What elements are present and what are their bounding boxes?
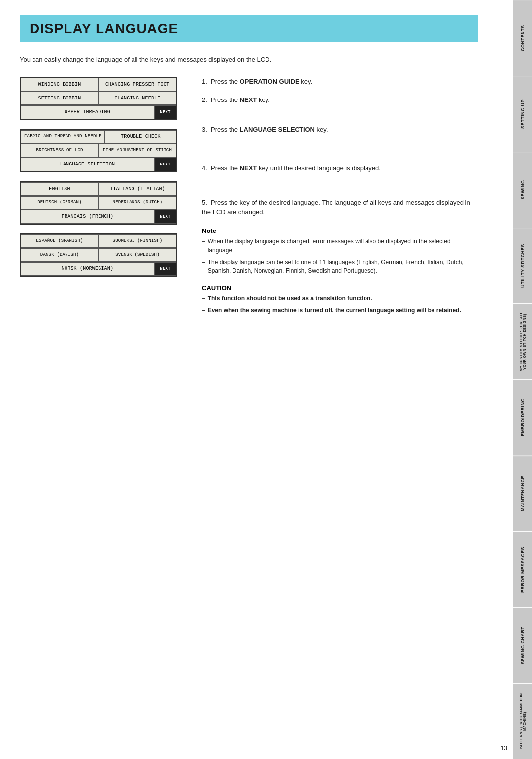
note-item-1: – When the display language is changed, … <box>202 237 478 255</box>
lcd-cell-francais[interactable]: FRANCAIS (FRENCH) <box>21 210 154 224</box>
lcd-row: DEUTSCH (GERMAN) NEDERLANDS (DUTCH) <box>21 196 176 210</box>
step-5: 5. Press the key of the desired language… <box>202 198 478 217</box>
lcd-row: DANSK (DANISH) SVENSK (SWEDISH) <box>21 248 176 262</box>
instructions-column: 1. Press the OPERATION GUIDE key. 2. Pre… <box>202 77 478 318</box>
step-4: 4. Press the NEXT key until the desired … <box>202 164 478 173</box>
lcd-cell-norsk[interactable]: NORSK (NORWEGIAN) <box>21 262 154 276</box>
lcd-screen-2: FABRIC AND THREAD AND NEEDLE TROUBLE CHE… <box>20 129 177 172</box>
caution-item-2: – Even when the sewing machine is turned… <box>202 306 478 315</box>
lcd-cell: FINE ADJUSTMENT OF STITCH <box>99 144 176 157</box>
lcd-cell-fabric: FABRIC AND THREAD AND NEEDLE <box>21 130 105 143</box>
caution-title: CAUTION <box>202 284 478 292</box>
lcd-cell-deutsch[interactable]: DEUTSCH (GERMAN) <box>21 196 99 209</box>
lcd-screens-column: WINDING BOBBIN CHANGING PRESSER FOOT SET… <box>20 77 187 318</box>
lcd-row: LANGUAGE SELECTION NEXT <box>21 158 176 171</box>
lcd-next-button-4[interactable]: NEXT <box>154 262 176 276</box>
lcd-cell: BRIGHTNESS OF LCD <box>21 144 99 157</box>
lcd-row: UPPER THREADING NEXT <box>21 105 176 119</box>
lcd-next-button-2[interactable]: NEXT <box>154 158 176 171</box>
intro-text: You can easily change the language of al… <box>20 55 478 65</box>
lcd-row: FABRIC AND THREAD AND NEEDLE TROUBLE CHE… <box>21 130 176 144</box>
sidebar-tab-error-messages[interactable]: ERROR MESSAGES <box>513 531 532 607</box>
sidebar-tabs: CONTENTS SETTING UP SEWING UTILITY STITC… <box>513 0 532 759</box>
sidebar-tab-maintenance[interactable]: MAINTENANCE <box>513 456 532 531</box>
lcd-cell: SETTING BOBBIN <box>21 92 99 105</box>
caution-item-1: – This function should not be used as a … <box>202 294 478 303</box>
sidebar-tab-my-custom-stitch[interactable]: MY CUSTOM STITCH™ (CREATE YOUR OWN STITC… <box>513 303 532 379</box>
lcd-cell-dansk[interactable]: DANSK (DANISH) <box>21 248 99 262</box>
sidebar-tab-sewing[interactable]: SEWING <box>513 152 532 228</box>
lcd-screen-3: ENGLISH ITALIANO (ITALIAN) DEUTSCH (GERM… <box>20 181 177 225</box>
lcd-row: BRIGHTNESS OF LCD FINE ADJUSTMENT OF STI… <box>21 144 176 158</box>
lcd-next-button-1[interactable]: NEXT <box>154 105 176 119</box>
step-1: 1. Press the OPERATION GUIDE key. <box>202 77 478 87</box>
sidebar-tab-patterns[interactable]: PATTERNS (PROGRAMMED IN MACHINE) <box>513 683 532 759</box>
lcd-cell-english[interactable]: ENGLISH <box>21 182 99 196</box>
lcd-row: FRANCAIS (FRENCH) NEXT <box>21 210 176 224</box>
sidebar-tab-embroidering[interactable]: EMBROIDERING <box>513 379 532 455</box>
lcd-cell-italiano[interactable]: ITALIANO (ITALIAN) <box>99 182 176 196</box>
lcd-cell: TROUBLE CHECK <box>105 130 176 143</box>
lcd-cell-espanol[interactable]: ESPAÑOL (SPANISH) <box>21 234 99 248</box>
lcd-cell-svensk[interactable]: SVENSK (SWEDISH) <box>99 248 176 262</box>
lcd-next-button-3[interactable]: NEXT <box>154 210 176 224</box>
lcd-screen-1: WINDING BOBBIN CHANGING PRESSER FOOT SET… <box>20 77 177 120</box>
lcd-cell: CHANGING NEEDLE <box>99 92 176 105</box>
lcd-cell-suomeksi[interactable]: SUOMEKSI (FINNISH) <box>99 234 176 248</box>
lcd-cell-nederlands[interactable]: NEDERLANDS (DUTCH) <box>99 196 176 209</box>
lcd-row: WINDING BOBBIN CHANGING PRESSER FOOT <box>21 78 176 92</box>
step-2: 2. Press the NEXT key. <box>202 95 478 105</box>
note-title: Note <box>202 227 478 234</box>
lcd-row: SETTING BOBBIN CHANGING NEEDLE <box>21 92 176 105</box>
lcd-row: ENGLISH ITALIANO (ITALIAN) <box>21 182 176 196</box>
lcd-row: NORSK (NORWEGIAN) NEXT <box>21 262 176 276</box>
lcd-row: ESPAÑOL (SPANISH) SUOMEKSI (FINNISH) <box>21 234 176 248</box>
sidebar-tab-utility-stitches[interactable]: UTILITY STITCHES <box>513 228 532 303</box>
note-item-2: – The display language can be set to one… <box>202 258 478 275</box>
page-title: DISPLAY LANGUAGE <box>30 21 468 36</box>
sidebar-tab-setting-up[interactable]: SETTING UP <box>513 76 532 152</box>
sidebar-tab-contents[interactable]: CONTENTS <box>513 0 532 76</box>
step-3: 3. Press the LANGUAGE SELECTION key. <box>202 125 478 134</box>
note-section: Note – When the display language is chan… <box>202 227 478 275</box>
lcd-cell: WINDING BOBBIN <box>21 78 99 91</box>
lcd-cell-language-selection: LANGUAGE SELECTION <box>21 158 154 171</box>
page-number: 13 <box>501 745 507 752</box>
sidebar-tab-sewing-chart[interactable]: SEWING CHART <box>513 607 532 683</box>
caution-section: CAUTION – This function should not be us… <box>202 284 478 315</box>
lcd-screen-4: ESPAÑOL (SPANISH) SUOMEKSI (FINNISH) DAN… <box>20 233 177 277</box>
lcd-cell-upper-threading: UPPER THREADING <box>21 105 154 119</box>
page-title-bar: DISPLAY LANGUAGE <box>20 15 478 42</box>
lcd-cell: CHANGING PRESSER FOOT <box>99 78 176 91</box>
